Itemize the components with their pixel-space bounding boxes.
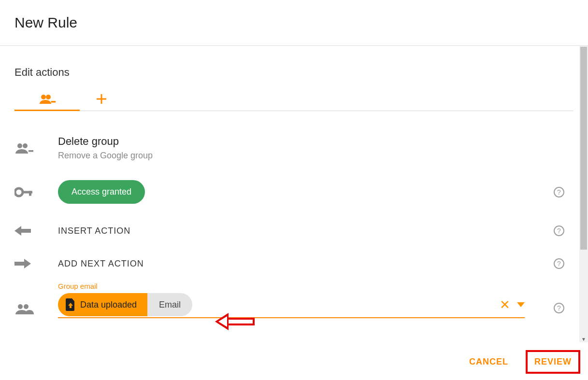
chip-data-uploaded[interactable]: Data uploaded	[58, 293, 147, 316]
svg-point-12	[24, 304, 29, 309]
svg-point-1	[46, 95, 51, 99]
group-email-input[interactable]: Data uploaded Email ✕	[58, 293, 525, 318]
section-title: Edit actions	[14, 46, 574, 87]
annotation-arrow	[215, 313, 255, 330]
svg-point-11	[18, 304, 23, 309]
key-icon	[14, 187, 34, 197]
svg-point-8	[15, 188, 23, 196]
insert-action-row[interactable]: INSERT ACTION ?	[14, 204, 574, 237]
svg-rect-7	[29, 150, 33, 152]
review-button[interactable]: REVIEW	[526, 350, 580, 374]
scrollbar-thumb[interactable]	[580, 47, 587, 250]
tabs	[14, 87, 574, 111]
group-email-row: Group email Data uploaded Email ✕	[14, 269, 574, 318]
action-title: Delete group	[58, 135, 574, 148]
action-delete-group: Delete group Remove a Google group	[14, 111, 574, 161]
svg-point-6	[23, 143, 28, 148]
add-next-action-label: ADD NEXT ACTION	[58, 259, 545, 269]
help-icon[interactable]: ?	[554, 187, 564, 197]
group-icon	[14, 303, 34, 315]
svg-rect-4	[97, 99, 106, 100]
add-next-action-row[interactable]: ADD NEXT ACTION ?	[14, 237, 574, 269]
svg-point-5	[17, 143, 22, 148]
file-upload-icon	[66, 298, 75, 311]
group-remove-icon	[14, 142, 34, 155]
dropdown-caret-icon[interactable]	[517, 302, 525, 307]
arrow-right-icon	[14, 258, 31, 269]
access-status-row: Access granted ?	[14, 161, 574, 204]
help-icon[interactable]: ?	[554, 303, 564, 313]
help-icon[interactable]: ?	[554, 258, 564, 269]
plus-icon	[97, 94, 106, 104]
action-subtitle: Remove a Google group	[58, 151, 574, 161]
tab-group-action[interactable]	[14, 87, 80, 111]
insert-action-label: INSERT ACTION	[58, 226, 545, 236]
footer: CANCEL REVIEW	[0, 343, 587, 380]
arrow-left-icon	[14, 225, 31, 237]
help-icon[interactable]: ?	[554, 225, 564, 236]
tab-add[interactable]	[80, 87, 123, 111]
access-status-pill[interactable]: Access granted	[58, 180, 145, 204]
svg-rect-2	[51, 101, 56, 103]
scrollbar-down-icon[interactable]: ▼	[580, 336, 587, 342]
svg-point-0	[41, 95, 46, 99]
group-email-field-label: Group email	[58, 282, 545, 290]
cancel-button[interactable]: CANCEL	[460, 350, 517, 374]
chip-label: Data uploaded	[80, 300, 137, 310]
group-remove-icon	[39, 93, 56, 105]
page-title: New Rule	[0, 0, 588, 46]
scrollbar[interactable]: ▲ ▼	[579, 46, 588, 342]
clear-icon[interactable]: ✕	[500, 297, 510, 312]
chip-email-suffix[interactable]: Email	[147, 293, 192, 316]
svg-rect-10	[29, 191, 31, 196]
content-scroll-area: Edit actions	[0, 46, 588, 342]
